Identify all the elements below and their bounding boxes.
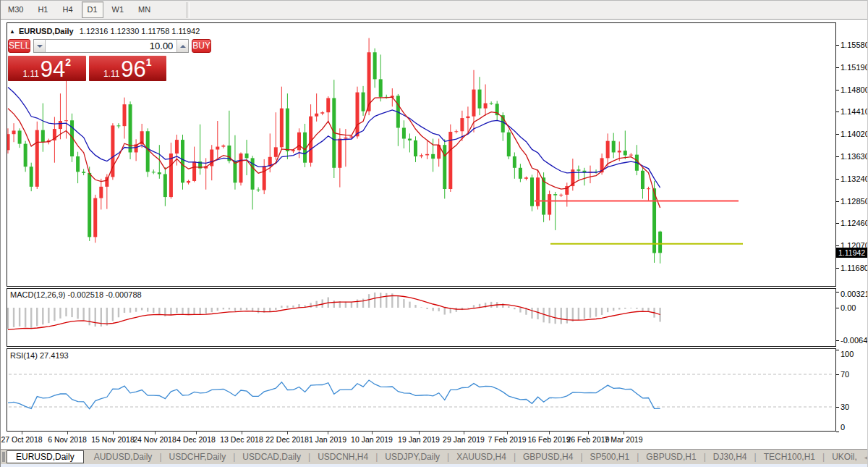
axis-label: 1.15190 xyxy=(841,63,868,72)
date-tick xyxy=(419,431,420,434)
date-label: 10 Jan 2019 xyxy=(351,435,393,444)
collapse-triangle-icon[interactable]: ▲ xyxy=(9,28,15,35)
mt4-chart-window: M30H1H4D1W1MN ▲EURUSD,Daily1.12316 1.123… xyxy=(0,0,868,467)
axis-label: 0.00 xyxy=(841,303,856,312)
tab-sp500-h1[interactable]: SP500,H1 xyxy=(583,452,637,462)
axis-tick xyxy=(836,340,839,341)
chart-symbol: EURUSD,Daily xyxy=(19,27,74,35)
rsi-indicator-label: RSI(14) 27.4193 xyxy=(10,351,69,360)
tab-ukoil-[interactable]: UKOil, xyxy=(825,452,864,462)
axis-tick xyxy=(836,134,839,135)
date-label: 13 Dec 2018 xyxy=(220,435,263,444)
axis-label: 1.14800 xyxy=(841,85,868,94)
chart-ohlc-values: 1.12316 1.12330 1.11758 1.11942 xyxy=(80,27,200,35)
sell-price-display[interactable]: 1.11942 xyxy=(8,56,86,81)
axis-label: 70 xyxy=(841,370,849,379)
sell-button[interactable]: SELL xyxy=(8,39,30,53)
timeframe-button-h1[interactable]: H1 xyxy=(32,1,54,18)
axis-tick xyxy=(836,45,839,46)
timeframe-button-d1[interactable]: D1 xyxy=(82,1,103,18)
axis-label: 1.13240 xyxy=(841,174,868,183)
date-tick xyxy=(196,431,197,434)
date-tick xyxy=(372,431,373,434)
price-axis: 1.155801.151901.148001.144101.140201.136… xyxy=(836,0,868,467)
tab-usdcnh-h4[interactable]: USDCNH,H4 xyxy=(310,452,375,462)
tab-scroll-arrows: ◂▸ xyxy=(864,453,868,461)
axis-label: 1.12850 xyxy=(841,197,868,206)
axis-tick xyxy=(836,179,839,180)
bottom-strip xyxy=(1,464,868,467)
date-tick xyxy=(328,431,328,434)
date-tick xyxy=(67,431,68,434)
volume-decrease-icon[interactable] xyxy=(34,40,46,52)
axis-tick xyxy=(836,67,839,68)
timeframe-button-h4[interactable]: H4 xyxy=(56,1,78,18)
toolbar-separator xyxy=(187,2,190,18)
timeframe-button-m30[interactable]: M30 xyxy=(2,1,29,18)
chart-tab-bar: EURUSD,DailyAUDUSD,Daily|USDCHF,Daily|US… xyxy=(1,449,868,464)
axis-tick xyxy=(836,245,839,246)
axis-label: 1.13630 xyxy=(841,152,868,161)
timeframe-toolbar: M30H1H4D1W1MN xyxy=(1,0,868,20)
date-label: 26 Feb 2019 xyxy=(567,435,610,444)
axis-label: 1.11680 xyxy=(841,264,868,272)
axis-label: 100 xyxy=(841,350,854,358)
timeframe-button-mn[interactable]: MN xyxy=(132,1,156,18)
buy-button[interactable]: BUY xyxy=(192,39,211,53)
volume-increase-icon[interactable] xyxy=(176,40,188,52)
buy-price-display[interactable]: 1.11961 xyxy=(89,56,167,81)
tab-usdjpy-daily[interactable]: USDJPY,Daily xyxy=(378,452,447,462)
date-tick xyxy=(624,431,624,434)
tab-dj30-h4[interactable]: DJ30,H4 xyxy=(706,452,754,462)
date-label: 22 Dec 2018 xyxy=(265,435,309,444)
macd-main-value: -0.002518 xyxy=(67,290,103,299)
date-label: 24 Nov 2018 xyxy=(133,435,176,444)
tab-usdchf-daily[interactable]: USDCHF,Daily xyxy=(162,452,234,462)
tab-audusd-daily[interactable]: AUDUSD,Daily xyxy=(87,452,160,462)
axis-tick xyxy=(836,223,839,224)
axis-tick xyxy=(836,112,839,112)
date-tick xyxy=(549,431,550,434)
axis-label: -0.006485 xyxy=(841,336,868,345)
date-tick xyxy=(464,431,464,434)
axis-label: 1.12460 xyxy=(841,219,868,227)
date-tick xyxy=(287,431,288,434)
date-label: 7 Mar 2019 xyxy=(604,435,642,444)
axis-label: 1.14410 xyxy=(841,107,868,116)
axis-tick xyxy=(836,90,839,91)
date-tick xyxy=(507,431,508,434)
rsi-value: 27.4193 xyxy=(40,351,69,360)
date-tick xyxy=(113,431,114,434)
date-label: 6 Nov 2018 xyxy=(48,435,87,444)
axis-tick xyxy=(836,201,839,202)
axis-tick xyxy=(836,268,839,269)
one-click-trading-panel: SELL BUY 1.11942 1.11961 xyxy=(8,39,166,81)
tab-usdcad-daily[interactable]: USDCAD,Daily xyxy=(235,452,308,462)
macd-signal-value: -0.000788 xyxy=(106,290,142,299)
rsi-pane[interactable] xyxy=(7,348,836,432)
axis-tick xyxy=(836,292,839,293)
date-label: 7 Feb 2019 xyxy=(488,435,526,444)
date-label: 19 Jan 2019 xyxy=(398,435,440,444)
tab-gbpusd-h4[interactable]: GBPUSD,H4 xyxy=(516,452,580,462)
date-tick xyxy=(22,431,22,434)
tab-gbpusd-h1[interactable]: GBPUSD,H1 xyxy=(639,452,703,462)
axis-tick xyxy=(836,407,839,408)
axis-label: 1.15580 xyxy=(841,41,868,49)
date-label: 16 Feb 2019 xyxy=(528,435,571,444)
timeframe-button-w1[interactable]: W1 xyxy=(106,1,130,18)
axis-tick xyxy=(836,374,839,375)
axis-label: 30 xyxy=(841,403,849,411)
date-tick xyxy=(588,431,589,434)
tab-tech100-h1[interactable]: TECH100,H1 xyxy=(757,452,822,462)
date-label: 27 Oct 2018 xyxy=(1,435,42,444)
tab-eurusd-daily[interactable]: EURUSD,Daily xyxy=(7,450,84,463)
volume-input[interactable] xyxy=(46,40,176,52)
date-tick xyxy=(242,431,242,434)
axis-tick xyxy=(836,308,839,308)
date-label: 29 Jan 2019 xyxy=(443,435,485,444)
tab-xauusd-h4[interactable]: XAUUSD,H4 xyxy=(449,452,514,462)
tab-scroll-left-icon[interactable]: ◂ xyxy=(864,453,868,461)
current-price-marker: 1.11942 xyxy=(836,248,868,258)
rsi-chart xyxy=(7,349,835,431)
